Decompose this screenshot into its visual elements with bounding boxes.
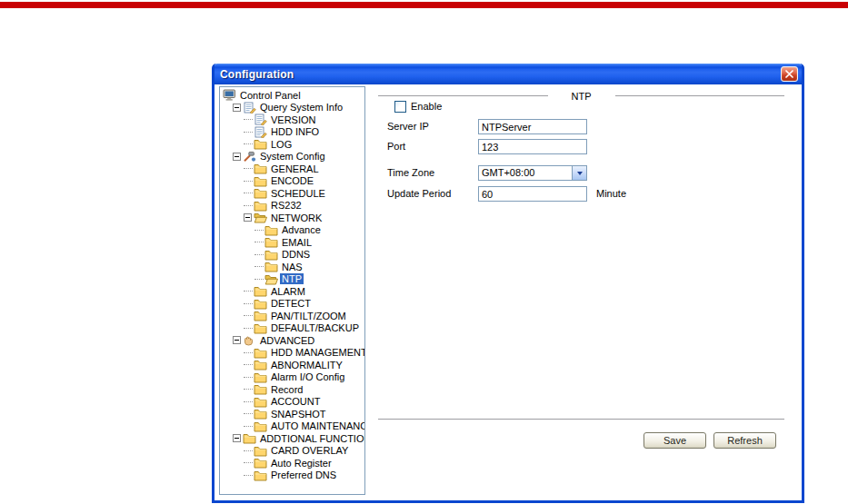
tree-item-auto-maintenance[interactable]: AUTO MAINTENANCE [220,420,364,433]
tree-item-label: ALARM [269,286,307,297]
update-period-input[interactable] [478,186,587,202]
window-client-area: Control PanelQuery System InfoVERSIONHDD… [214,84,802,500]
time-zone-select[interactable]: GMT+08:00 [478,165,587,181]
tree-item-system-config[interactable]: System Config [220,151,364,163]
tree-item-nas[interactable]: NAS [220,261,364,273]
folder-icon [254,445,267,457]
folder-icon [254,298,267,310]
folder-icon [254,187,267,199]
config-tree[interactable]: Control PanelQuery System InfoVERSIONHDD… [219,86,365,495]
tree-item-auto-register[interactable]: Auto Register [220,457,364,469]
tree-item-rs232[interactable]: RS232 [220,200,364,212]
header-rule-left [378,95,548,97]
tree-item-label: ACCOUNT [269,396,322,407]
dropdown-arrow-button[interactable] [572,166,586,180]
ntp-settings-panel: NTP Enable Server IP Port Time Zone GMT+… [371,86,795,495]
folder-icon [254,175,267,187]
hand-icon [243,334,256,346]
enable-label: Enable [411,99,442,114]
tree-item-hdd-management[interactable]: HDD MANAGEMENT [220,347,364,360]
folder-icon [254,469,267,481]
tree-connector [244,364,253,365]
tree-expander-minus-icon[interactable] [233,153,241,161]
save-button[interactable]: Save [643,432,706,449]
tree-item-general[interactable]: GENERAL [220,163,364,175]
chevron-down-icon [577,172,583,178]
configuration-window: Configuration Control PanelQuery System … [212,64,804,503]
tree-item-card-overlay[interactable]: CARD OVERLAY [220,445,364,458]
tree-connector [254,254,264,255]
tree-connector [254,279,264,280]
folder-icon [243,432,256,444]
window-titlebar[interactable]: Configuration [214,64,802,84]
tree-item-detect[interactable]: DETECT [220,298,364,311]
tree-expander-minus-icon[interactable] [233,336,241,344]
tree-item-abnormality[interactable]: ABNORMALITY [220,359,364,371]
folder-icon [254,347,267,359]
tree-item-preferred-dns[interactable]: Preferred DNS [220,469,364,482]
tree-item-label: LOG [269,139,294,150]
tree-item-query-system-info[interactable]: Query System Info [220,102,364,114]
tree-item-ntp[interactable]: NTP [220,273,364,286]
tree-expander-minus-icon[interactable] [233,434,241,442]
tree-item-record[interactable]: Record [220,383,364,396]
tree-item-label: NTP [280,273,304,284]
tree-expander-minus-icon[interactable] [244,213,252,222]
tree-item-snapshot[interactable]: SNAPSHOT [220,408,364,420]
section-title: NTP [548,91,615,102]
tree-item-label: HDD MANAGEMENT [269,347,365,358]
tree-item-label: ADVANCED [258,335,316,346]
tree-item-addtional-function[interactable]: ADDTIONAL FUNCTION [220,432,364,445]
tree-connector [244,475,253,476]
notes-icon [254,126,267,138]
tree-item-ddns[interactable]: DDNS [220,249,364,262]
tree-item-encode[interactable]: ENCODE [220,175,364,188]
tree-item-label: NAS [280,262,304,272]
tree-item-label: ABNORMALITY [269,360,344,371]
tree-item-hdd-info[interactable]: HDD INFO [220,126,364,139]
enable-checkbox[interactable] [394,101,406,113]
port-input[interactable] [478,139,587,154]
tree-item-advanced[interactable]: ADVANCED [220,334,364,347]
tree-item-version[interactable]: VERSION [220,114,364,126]
tree-item-label: AUTO MAINTENANCE [269,420,365,431]
tree-item-default-backup[interactable]: DEFAULT/BACKUP [220,322,364,335]
tree-item-label: CARD OVERLAY [269,445,350,456]
refresh-button[interactable]: Refresh [713,432,776,449]
close-icon [785,70,793,78]
tree-item-control-panel[interactable]: Control Panel [220,89,364,102]
tree-item-label: PAN/TILT/ZOOM [269,311,348,321]
tree-expander-minus-icon[interactable] [233,104,241,112]
notes-icon [254,114,267,125]
close-button[interactable] [781,66,798,82]
folder-icon [254,285,267,297]
tree-connector [244,143,253,144]
tree-item-network[interactable]: NETWORK [220,212,364,224]
tree-connector [244,193,253,193]
tree-item-label: ENCODE [269,175,315,186]
server-ip-input[interactable] [478,119,587,134]
update-period-label: Update Period [387,186,451,202]
tree-connector [244,413,253,414]
tree-connector [244,181,253,182]
tree-connector [244,328,253,329]
tools-icon [243,151,256,163]
tree-item-log[interactable]: LOG [220,138,364,151]
tree-item-email[interactable]: EMAIL [220,236,364,249]
tree-item-alarm-i-o-config[interactable]: Alarm I/O Config [220,371,364,384]
folder-icon [254,457,267,469]
tree-item-label: ADDTIONAL FUNCTION [258,433,365,444]
tree-item-schedule[interactable]: SCHEDULE [220,187,364,200]
tree-item-pan-tilt-zoom[interactable]: PAN/TILT/ZOOM [220,310,364,322]
tree-item-alarm[interactable]: ALARM [220,285,364,298]
tree-item-account[interactable]: ACCOUNT [220,396,364,409]
tree-connector [244,291,253,292]
footer-separator [378,419,784,420]
tree-item-advance[interactable]: Advance [220,224,364,237]
tree-item-label: VERSION [269,114,318,125]
folder-icon [254,371,267,383]
server-ip-label: Server IP [387,119,429,134]
folder-open-icon [254,212,267,223]
computer-icon [223,89,236,101]
tree-connector [254,230,264,231]
